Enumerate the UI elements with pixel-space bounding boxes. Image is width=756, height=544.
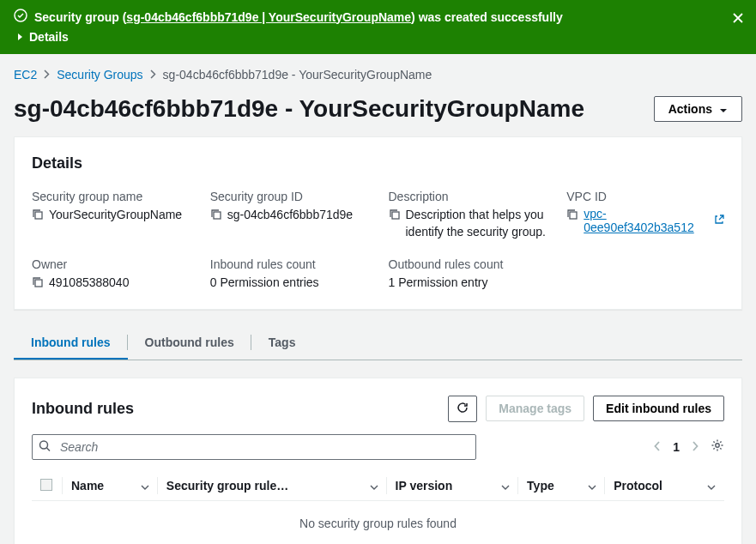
breadcrumb-current: sg-04cb46cf6bbb71d9e - YourSecurityGroup… (163, 68, 432, 82)
checkbox-icon (40, 479, 52, 491)
sort-icon (141, 479, 149, 493)
svg-rect-5 (35, 280, 42, 287)
col-ip-version[interactable]: IP version (387, 472, 519, 501)
inbound-rules-title: Inbound rules (32, 400, 134, 418)
settings-gear-icon[interactable] (711, 438, 724, 455)
copy-icon[interactable] (210, 209, 222, 223)
success-check-icon (14, 9, 27, 25)
refresh-icon (457, 402, 469, 416)
owner-value: 491085388040 (49, 275, 129, 292)
caret-down-icon (719, 102, 728, 116)
outbound-count-value: 1 Permission entry (389, 275, 488, 292)
sort-icon (370, 479, 378, 493)
tab-tags[interactable]: Tags (251, 327, 313, 360)
actions-label: Actions (668, 102, 712, 116)
svg-point-7 (716, 444, 719, 447)
breadcrumb: EC2 Security Groups sg-04cb46cf6bbb71d9e… (14, 68, 742, 82)
search-input[interactable] (32, 434, 476, 460)
chevron-right-icon (44, 68, 50, 82)
sort-icon (501, 479, 510, 493)
col-rule[interactable]: Security group rule… (158, 472, 387, 501)
page-title: sg-04cb46cf6bbb71d9e - YourSecurityGroup… (14, 95, 584, 123)
page-number: 1 (673, 440, 680, 454)
svg-rect-1 (35, 212, 42, 219)
notification-details-label: Details (29, 30, 69, 44)
details-panel: Details Security group name YourSecurity… (14, 136, 742, 310)
copy-icon[interactable] (32, 276, 44, 291)
tabs: Inbound rules Outbound rules Tags (14, 327, 742, 360)
svg-rect-3 (392, 212, 399, 219)
search-icon (39, 439, 51, 454)
tab-inbound-rules[interactable]: Inbound rules (14, 327, 128, 360)
empty-message: No security group rules found (32, 500, 724, 544)
empty-state-row: No security group rules found (32, 500, 724, 544)
sg-id-label: Security group ID (210, 190, 368, 203)
col-name[interactable]: Name (63, 472, 158, 501)
refresh-button[interactable] (448, 396, 477, 422)
actions-button[interactable]: Actions (654, 96, 742, 122)
next-page-icon[interactable] (692, 440, 699, 454)
pagination: 1 (654, 438, 724, 455)
svg-point-6 (40, 441, 48, 449)
breadcrumb-security-groups[interactable]: Security Groups (57, 68, 142, 82)
description-label: Description (389, 190, 547, 203)
inbound-count-value: 0 Permission entries (210, 275, 319, 292)
chevron-right-icon (150, 68, 156, 82)
notification-details-toggle[interactable]: Details (17, 30, 742, 44)
copy-icon[interactable] (389, 209, 401, 223)
notification-sg-link[interactable]: sg-04cb46cf6bbb71d9e | YourSecurityGroup… (126, 10, 411, 24)
vpc-id-value: vpc-0ee90ef3402b3a512 (584, 207, 711, 234)
sg-name-value: YourSecurityGroupName (49, 207, 182, 224)
edit-inbound-rules-button[interactable]: Edit inbound rules (593, 396, 724, 421)
prev-page-icon[interactable] (654, 440, 661, 454)
col-protocol[interactable]: Protocol (605, 472, 724, 501)
manage-tags-button[interactable]: Manage tags (486, 396, 584, 421)
inbound-count-label: Inbound rules count (210, 257, 368, 271)
copy-icon[interactable] (566, 209, 578, 223)
copy-icon[interactable] (32, 209, 44, 223)
details-title: Details (32, 154, 724, 172)
tab-outbound-rules[interactable]: Outbound rules (128, 327, 251, 360)
external-link-icon (714, 214, 724, 227)
breadcrumb-ec2[interactable]: EC2 (14, 68, 37, 82)
vpc-id-label: VPC ID (566, 190, 724, 203)
rules-table: Name Security group rule… IP version Typ… (32, 472, 724, 544)
svg-rect-4 (570, 212, 577, 219)
close-icon[interactable] (732, 12, 744, 27)
notification-text: Security group (sg-04cb46cf6bbb71d9e | Y… (34, 10, 563, 24)
vpc-link[interactable]: vpc-0ee90ef3402b3a512 (584, 207, 724, 234)
col-type[interactable]: Type (518, 472, 605, 501)
svg-rect-2 (214, 212, 221, 219)
select-all-header[interactable] (32, 472, 63, 501)
sort-icon (588, 479, 596, 493)
sg-name-label: Security group name (32, 190, 190, 203)
success-notification: Security group (sg-04cb46cf6bbb71d9e | Y… (0, 0, 756, 54)
description-value: Description that helps you identify the … (406, 207, 547, 240)
outbound-count-label: Outbound rules count (389, 257, 547, 271)
owner-label: Owner (32, 257, 190, 271)
inbound-rules-panel: Inbound rules Manage tags Edit inbound r… (14, 378, 742, 544)
sort-icon (707, 479, 716, 493)
sg-id-value: sg-04cb46cf6bbb71d9e (227, 207, 353, 224)
caret-right-icon (17, 30, 24, 44)
